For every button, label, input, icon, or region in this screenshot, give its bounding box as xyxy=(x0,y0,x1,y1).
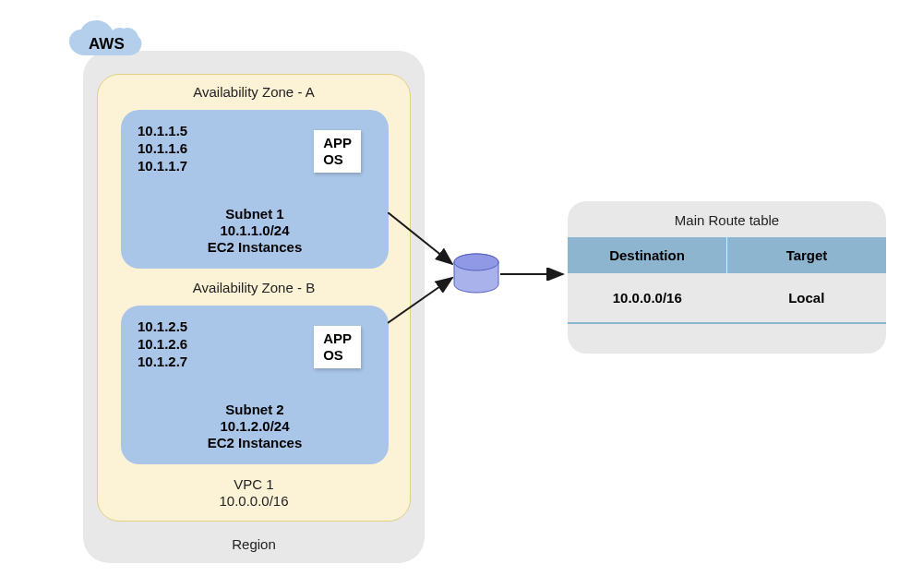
subnet-2-app-label: APP xyxy=(323,330,352,347)
aws-label: AWS xyxy=(89,35,125,54)
subnet-1-ip-2: 10.1.1.7 xyxy=(138,158,187,175)
region-container: Region Availability Zone - A 10.1.1.5 10… xyxy=(83,51,425,563)
vpc-name: VPC 1 xyxy=(219,476,288,493)
az-a-label: Availability Zone - A xyxy=(193,84,314,100)
route-table-row: 10.0.0.0/16 Local xyxy=(568,273,886,324)
subnet-2-ip-0: 10.1.2.5 xyxy=(138,318,187,336)
subnet-1-name: Subnet 1 xyxy=(208,206,303,222)
subnet-2-box: 10.1.2.5 10.1.2.6 10.1.2.7 APP OS Subnet… xyxy=(121,306,389,464)
vpc-label: VPC 1 10.0.0.0/16 xyxy=(219,476,288,510)
route-table-container: Main Route table Destination Target 10.0… xyxy=(568,201,886,354)
subnet-2-instances: EC2 Instances xyxy=(208,435,303,451)
region-label: Region xyxy=(232,536,276,552)
subnet-2-os-label: OS xyxy=(323,347,352,364)
vpc-container: Availability Zone - A 10.1.1.5 10.1.1.6 … xyxy=(97,74,411,522)
subnet-1-os-label: OS xyxy=(323,151,352,168)
subnet-2-cidr: 10.1.2.0/24 xyxy=(208,418,303,435)
subnet-1-app-os-box: APP OS xyxy=(314,130,361,173)
subnet-1-instances: EC2 Instances xyxy=(208,239,303,256)
route-table-header-destination: Destination xyxy=(568,237,727,273)
subnet-2-app-os-box: APP OS xyxy=(314,326,361,368)
subnet-2-ip-list: 10.1.2.5 10.1.2.6 10.1.2.7 xyxy=(138,318,187,370)
route-table-header: Destination Target xyxy=(568,237,886,273)
subnet-2-info: Subnet 2 10.1.2.0/24 EC2 Instances xyxy=(208,402,303,451)
subnet-1-app-label: APP xyxy=(323,135,352,151)
subnet-1-cidr: 10.1.1.0/24 xyxy=(208,222,303,239)
arrow-db-to-routetable xyxy=(500,268,574,281)
subnet-2-ip-1: 10.1.2.6 xyxy=(138,336,187,354)
route-table-title: Main Route table xyxy=(568,201,886,237)
az-b-label: Availability Zone - B xyxy=(193,280,315,295)
svg-line-3 xyxy=(388,278,452,323)
route-table-cell-destination: 10.0.0.0/16 xyxy=(568,273,727,322)
subnet-1-ip-0: 10.1.1.5 xyxy=(138,123,187,140)
subnet-1-info: Subnet 1 10.1.1.0/24 EC2 Instances xyxy=(208,206,303,256)
route-table-header-target: Target xyxy=(727,237,886,273)
svg-line-1 xyxy=(388,212,452,264)
subnet-1-ip-1: 10.1.1.6 xyxy=(138,140,187,158)
subnet-2-name: Subnet 2 xyxy=(208,402,303,418)
vpc-cidr: 10.0.0.0/16 xyxy=(219,493,288,510)
subnet-1-box: 10.1.1.5 10.1.1.6 10.1.1.7 APP OS Subnet… xyxy=(121,110,389,269)
arrow-subnet1-to-db xyxy=(388,212,462,277)
route-table-cell-target: Local xyxy=(727,273,887,322)
subnet-1-ip-list: 10.1.1.5 10.1.1.6 10.1.1.7 xyxy=(138,123,187,174)
subnet-2-ip-2: 10.1.2.7 xyxy=(138,354,187,371)
arrow-subnet2-to-db xyxy=(388,272,462,328)
